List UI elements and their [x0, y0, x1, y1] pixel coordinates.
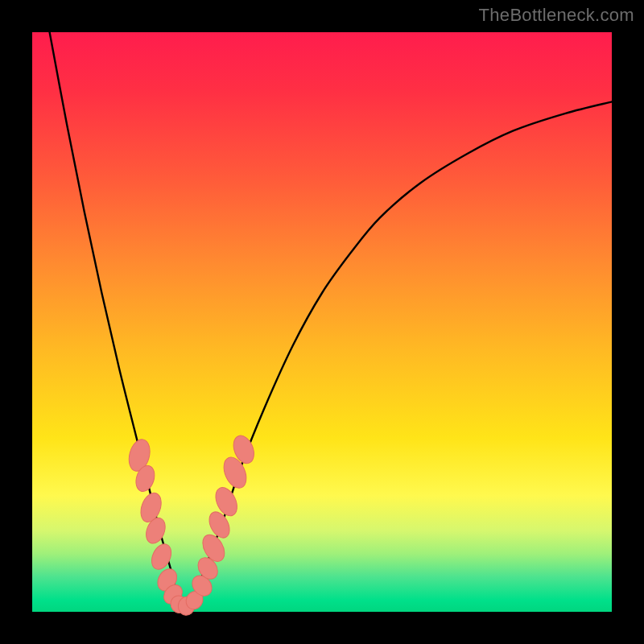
bottleneck-curve — [50, 32, 612, 606]
marker-layer — [126, 432, 258, 616]
curve-layer — [32, 32, 612, 612]
chart-frame: TheBottleneck.com — [0, 0, 644, 644]
watermark-text: TheBottleneck.com — [479, 5, 634, 26]
plot-area — [32, 32, 612, 612]
